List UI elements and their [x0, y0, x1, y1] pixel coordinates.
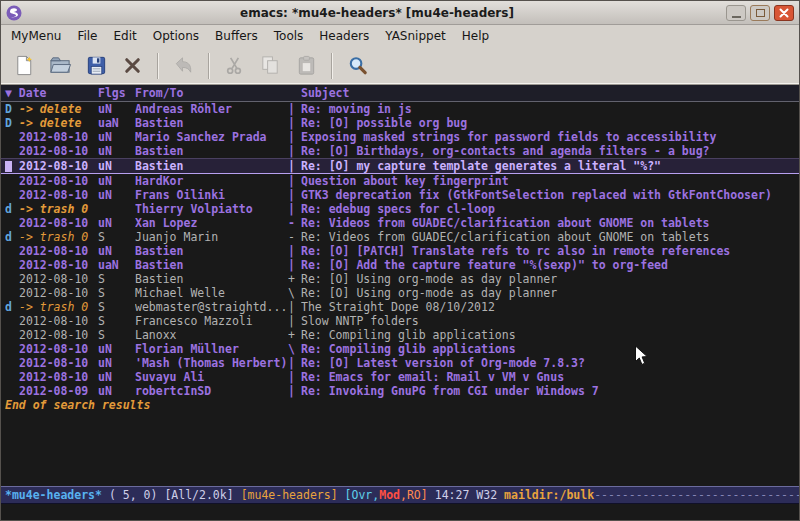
message-subject: Re: [O] Using org-mode as day planner [301, 286, 799, 300]
message-date: 2012-08-10 [19, 356, 98, 370]
message-row[interactable]: 2012-08-09uNrobertcInSD|Re: Invoking Gnu… [1, 384, 799, 398]
message-flags: uN [98, 188, 135, 202]
message-from: HardKor [135, 174, 288, 188]
menu-item-edit[interactable]: Edit [106, 26, 145, 46]
column-header-date[interactable]: ▼ Date [5, 85, 98, 101]
column-header-from[interactable]: From/To [135, 85, 288, 101]
thread-char: | [288, 144, 301, 158]
toolbar-kill-buffer-button[interactable] [117, 51, 147, 81]
message-from: Thierry Volpiatto [135, 202, 288, 216]
message-from: robertcInSD [135, 384, 288, 398]
message-row[interactable]: D-> deleteuaNBastien|Re: [O] possible or… [1, 116, 799, 130]
message-from: Lanoxx [135, 328, 288, 342]
echo-area [1, 504, 799, 520]
message-row[interactable]: 2012-08-10uNBastien|Re: [O] my capture t… [1, 158, 799, 174]
message-from: Frans Oilinki [135, 188, 288, 202]
message-date: 2012-08-10 [19, 159, 98, 173]
column-header-subject[interactable]: Subject [301, 85, 799, 101]
menu-item-buffers[interactable]: Buffers [207, 26, 266, 46]
message-row[interactable]: d-> trash 0Thierry Volpiatto|Re: edebug … [1, 202, 799, 216]
kill-buffer-icon [121, 54, 144, 77]
minimize-icon[interactable] [726, 5, 746, 21]
end-of-results: End of search results [1, 398, 799, 412]
message-flags: uN [98, 102, 135, 116]
modeline-time: 14:27 [435, 488, 470, 502]
message-row[interactable]: 2012-08-10SBastien+Re: [O] Using org-mod… [1, 272, 799, 286]
menu-item-options[interactable]: Options [145, 26, 207, 46]
message-row[interactable]: 2012-08-10uNMario Sanchez Prada|Exposing… [1, 130, 799, 144]
message-flags: uN [98, 159, 135, 173]
message-date: -> trash 0 [19, 230, 98, 244]
thread-char: | [288, 384, 301, 398]
toolbar-separator [157, 53, 159, 79]
thread-char: \ [288, 286, 301, 300]
column-header-flags[interactable]: Flgs [98, 85, 135, 101]
maximize-icon[interactable] [750, 5, 770, 21]
message-subject: Re: [O] Using org-mode as day planner [301, 272, 799, 286]
message-subject: Re: moving in js [301, 102, 799, 116]
message-from: Bastien [135, 159, 288, 173]
thread-char: - [288, 230, 301, 244]
message-date: 2012-08-10 [19, 130, 98, 144]
message-mark [5, 370, 19, 384]
menu-item-yasnippet[interactable]: YASnippet [377, 26, 454, 46]
message-flags: uN [98, 216, 135, 230]
message-row[interactable]: 2012-08-10uaNBastien|Re: [O] Add the cap… [1, 258, 799, 272]
thread-char: + [288, 328, 301, 342]
titlebar[interactable]: emacs: *mu4e-headers* [mu4e-headers] [1, 1, 799, 25]
message-row[interactable]: 2012-08-10SMichael Welle\Re: [O] Using o… [1, 286, 799, 300]
menu-item-headers[interactable]: Headers [311, 26, 377, 46]
save-icon [85, 54, 108, 77]
message-flags: S [98, 286, 135, 300]
message-row[interactable]: 2012-08-10uNBastien|Re: [O] [PATCH] Tran… [1, 244, 799, 258]
message-row[interactable]: 2012-08-10uNBastien|Re: [O] Birthdays, o… [1, 144, 799, 158]
thread-char: - [288, 216, 301, 230]
menu-item-file[interactable]: File [69, 26, 105, 46]
menu-item-tools[interactable]: Tools [266, 26, 312, 46]
message-flags: S [98, 314, 135, 328]
modeline[interactable]: *mu4e-headers*( 5, 0)[All/2.0k][mu4e-hea… [1, 486, 799, 504]
thread-char: | [288, 116, 301, 130]
emacs-app-icon [6, 5, 22, 21]
message-row[interactable]: 2012-08-10uNXan Lopez-Re: Videos from GU… [1, 216, 799, 230]
emacs-window: emacs: *mu4e-headers* [mu4e-headers] MyM… [0, 0, 800, 521]
thread-char: | [288, 370, 301, 384]
message-mark [5, 159, 19, 173]
message-row[interactable]: D-> deleteuNAndreas Röhler|Re: moving in… [1, 102, 799, 116]
menu-item-mymenu[interactable]: MyMenu [3, 26, 69, 46]
message-row[interactable]: 2012-08-10SLanoxx+Re: Compiling glib app… [1, 328, 799, 342]
message-date: 2012-08-10 [19, 174, 98, 188]
message-subject: Re: Invoking GnuPG from CGI under Window… [301, 384, 799, 398]
toolbar-open-file-button[interactable] [45, 51, 75, 81]
message-mark: D [5, 116, 19, 130]
toolbar [1, 47, 799, 85]
message-from: Suvayu Ali [135, 370, 288, 384]
message-row[interactable]: 2012-08-10uN'Mash (Thomas Herbert)|Re: [… [1, 356, 799, 370]
message-mark: d [5, 202, 19, 216]
message-flags: uN [98, 244, 135, 258]
message-row[interactable]: 2012-08-10uNFlorian Müllner\Re: Compilin… [1, 342, 799, 356]
menu-item-help[interactable]: Help [454, 26, 497, 46]
toolbar-save-button[interactable] [81, 51, 111, 81]
message-from: Mario Sanchez Prada [135, 130, 288, 144]
message-from: Xan Lopez [135, 216, 288, 230]
toolbar-new-file-button[interactable] [9, 51, 39, 81]
message-row[interactable]: 2012-08-10uNSuvayu Ali|Re: Emacs for ema… [1, 370, 799, 384]
message-mark [5, 244, 19, 258]
message-row[interactable]: 2012-08-10uNHardKor|Question about key f… [1, 174, 799, 188]
message-from: Bastien [135, 272, 288, 286]
message-row[interactable]: d-> trash 0Swebmaster@straightd...|The S… [1, 300, 799, 314]
toolbar-search-button[interactable] [342, 51, 372, 81]
modeline-maildir: maildir:/bulk [504, 488, 594, 502]
close-icon[interactable] [774, 5, 794, 21]
message-flags: S [98, 328, 135, 342]
message-subject: Question about key fingerprint [301, 174, 799, 188]
message-row[interactable]: d-> trash 0SJuanjo Marin-Re: Videos from… [1, 230, 799, 244]
message-subject: Re: Videos from GUADEC/clarification abo… [301, 216, 799, 230]
thread-char: | [288, 356, 301, 370]
thread-char: + [288, 272, 301, 286]
message-row[interactable]: 2012-08-10uNFrans Oilinki|GTK3 deprecati… [1, 188, 799, 202]
thread-char: | [288, 244, 301, 258]
message-row[interactable]: 2012-08-10SFrancesco Mazzoli|Slow NNTP f… [1, 314, 799, 328]
search-icon [346, 54, 369, 77]
